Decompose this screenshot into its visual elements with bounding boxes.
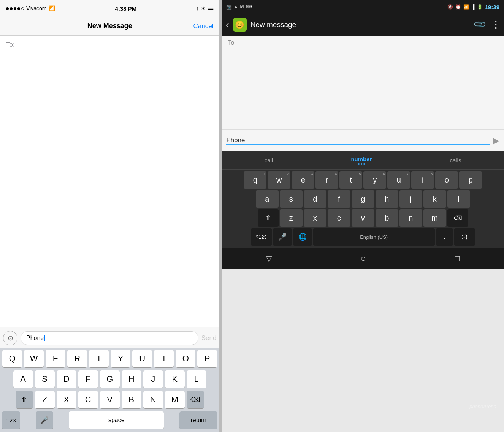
android-back-nav-button[interactable]: ▽ xyxy=(266,254,272,263)
ios-key-r[interactable]: R xyxy=(67,350,87,367)
android-message-area[interactable] xyxy=(222,53,504,129)
android-prediction-right[interactable]: calls xyxy=(450,157,461,164)
ios-signal-dots xyxy=(6,7,24,10)
ios-bluetooth-icon: ✶ xyxy=(201,5,206,11)
ios-status-time: 4:38 PM xyxy=(115,5,137,12)
android-key-h[interactable]: h xyxy=(376,190,398,208)
ios-key-t[interactable]: T xyxy=(89,350,109,367)
ios-key-g[interactable]: G xyxy=(100,370,120,388)
ios-key-k[interactable]: K xyxy=(165,370,185,388)
ios-key-s[interactable]: S xyxy=(35,370,55,388)
android-more-button[interactable]: ⋮ xyxy=(491,19,500,30)
ios-key-f[interactable]: F xyxy=(78,370,98,388)
android-key-l[interactable]: l xyxy=(447,190,470,208)
android-key-y[interactable]: 6y xyxy=(363,171,386,189)
android-to-field[interactable]: To xyxy=(222,36,504,53)
android-key-j[interactable]: j xyxy=(399,190,422,208)
ios-key-e[interactable]: E xyxy=(46,350,65,367)
ios-key-o[interactable]: O xyxy=(176,350,195,367)
android-recent-nav-button[interactable]: □ xyxy=(455,254,460,264)
android-attach-button[interactable]: 📎 xyxy=(473,17,487,32)
ios-key-w[interactable]: W xyxy=(24,350,44,367)
ios-carrier: Vivacom xyxy=(26,5,46,11)
ios-key-y[interactable]: Y xyxy=(111,350,130,367)
ios-mic-icon: 🎤 xyxy=(40,416,49,424)
android-key-k[interactable]: k xyxy=(423,190,446,208)
ios-key-u[interactable]: U xyxy=(132,350,152,367)
ios-compose-bar: ⊙ Phone Send xyxy=(0,327,219,348)
android-prediction-center[interactable]: number xyxy=(351,156,372,162)
android-emoji-key[interactable]: :-) xyxy=(454,228,475,246)
android-key-d[interactable]: d xyxy=(304,190,326,208)
android-action-bar: ‹ 😊 New message 📎 ⋮ xyxy=(222,14,504,36)
android-key-p-hint: 0 xyxy=(479,172,480,176)
ios-key-j[interactable]: J xyxy=(143,370,163,388)
android-shift-key[interactable]: ⇧ xyxy=(258,209,279,227)
android-message-input[interactable] xyxy=(226,137,490,145)
android-key-m[interactable]: m xyxy=(423,209,446,227)
android-key-f[interactable]: f xyxy=(328,190,350,208)
ios-key-a[interactable]: A xyxy=(13,370,33,388)
android-key-e[interactable]: 3e xyxy=(292,171,314,189)
ios-numbers-key[interactable]: 123 xyxy=(2,411,20,429)
android-prediction-left[interactable]: call xyxy=(265,157,273,164)
ios-key-q[interactable]: Q xyxy=(2,350,22,367)
android-key-o[interactable]: 9o xyxy=(435,171,458,189)
ios-key-z[interactable]: Z xyxy=(35,391,55,408)
android-key-g[interactable]: g xyxy=(352,190,374,208)
android-key-z[interactable]: z xyxy=(280,209,303,227)
android-key-u[interactable]: 7u xyxy=(387,171,410,189)
ios-message-input-text: Phone xyxy=(26,335,44,341)
ios-shift-key[interactable]: ⇧ xyxy=(16,391,33,408)
ios-send-button[interactable]: Send xyxy=(201,334,217,342)
ios-key-h[interactable]: H xyxy=(122,370,141,388)
android-space-key[interactable]: English (US) xyxy=(313,228,435,246)
ios-message-input[interactable]: Phone xyxy=(21,331,198,345)
android-send-button[interactable]: ▶ xyxy=(493,136,499,146)
android-mic-key[interactable]: 🎤 xyxy=(273,228,292,246)
ios-mic-key[interactable]: 🎤 xyxy=(36,411,53,429)
android-sym-key[interactable]: ?123 xyxy=(251,228,272,246)
android-key-v[interactable]: v xyxy=(352,209,374,227)
android-kbd-row-2: a s d f g h j k l xyxy=(222,190,503,208)
android-key-a[interactable]: a xyxy=(256,190,279,208)
android-key-s[interactable]: s xyxy=(280,190,303,208)
ios-key-c[interactable]: C xyxy=(78,391,98,408)
android-key-c[interactable]: c xyxy=(328,209,350,227)
ios-cancel-button[interactable]: Cancel xyxy=(193,22,213,30)
android-key-i[interactable]: 8i xyxy=(411,171,434,189)
android-key-r[interactable]: 4r xyxy=(315,171,338,189)
android-key-u-hint: 7 xyxy=(407,172,409,176)
ios-key-l[interactable]: L xyxy=(187,370,206,388)
ios-space-key[interactable]: space xyxy=(69,411,164,429)
ios-key-i[interactable]: I xyxy=(154,350,174,367)
android-key-t[interactable]: 5t xyxy=(339,171,362,189)
android-home-nav-button[interactable]: ○ xyxy=(360,253,366,264)
android-period-key[interactable]: . xyxy=(436,228,453,246)
android-key-b[interactable]: b xyxy=(376,209,398,227)
ios-return-key[interactable]: return xyxy=(179,411,217,429)
ios-key-m[interactable]: M xyxy=(165,391,185,408)
android-globe-key[interactable]: 🌐 xyxy=(293,228,312,246)
ios-key-d[interactable]: D xyxy=(57,370,76,388)
android-key-n[interactable]: n xyxy=(399,209,422,227)
android-back-button[interactable]: ‹ xyxy=(225,19,229,31)
ios-to-field[interactable]: To: xyxy=(0,36,219,54)
ios-camera-button[interactable]: ⊙ xyxy=(3,331,17,345)
android-delete-key[interactable]: ⌫ xyxy=(447,209,468,227)
ios-key-n[interactable]: N xyxy=(143,391,163,408)
ios-key-p[interactable]: P xyxy=(197,350,217,367)
android-key-p[interactable]: 0p xyxy=(459,171,482,189)
android-key-q[interactable]: 1q xyxy=(244,171,266,189)
ios-key-v[interactable]: V xyxy=(100,391,120,408)
android-key-x[interactable]: x xyxy=(304,209,326,227)
android-to-underline xyxy=(228,49,498,49)
ios-keyboard: Q W E R T Y U I O P A S D F G H J K L ⇧ … xyxy=(0,348,219,432)
ios-delete-key[interactable]: ⌫ xyxy=(187,391,204,408)
android-key-q-hint: 1 xyxy=(263,172,265,176)
android-key-w-hint: 2 xyxy=(287,172,289,176)
ios-key-b[interactable]: B xyxy=(122,391,141,408)
ios-key-x[interactable]: X xyxy=(57,391,76,408)
android-key-w[interactable]: 2w xyxy=(268,171,290,189)
ios-message-body[interactable] xyxy=(0,54,219,327)
